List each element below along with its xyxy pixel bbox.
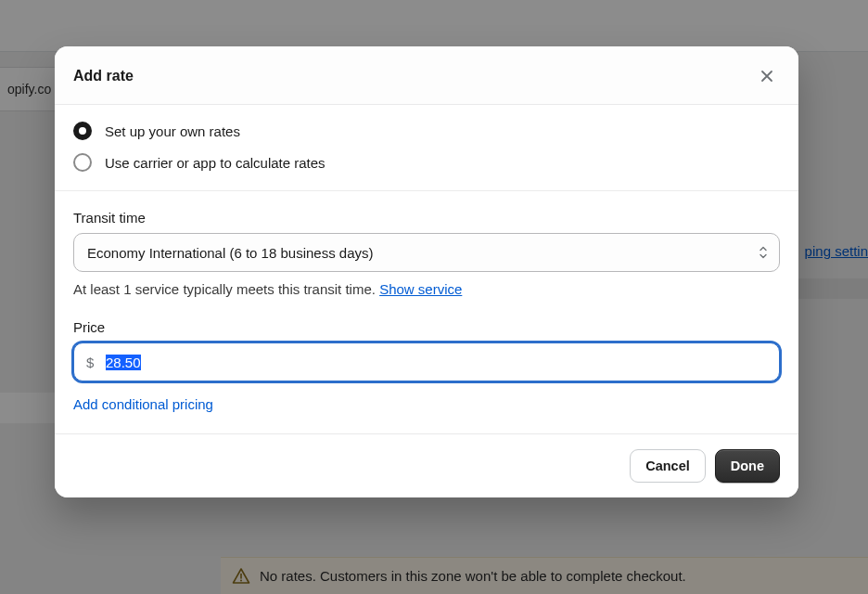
close-button[interactable] xyxy=(754,63,780,89)
currency-symbol: $ xyxy=(86,355,94,370)
transit-time-select-wrap: Economy International (6 to 18 business … xyxy=(73,233,780,272)
price-input[interactable] xyxy=(73,342,780,381)
transit-time-label: Transit time xyxy=(73,210,780,226)
modal-footer: Cancel Done xyxy=(55,433,798,497)
radio-label: Use carrier or app to calculate rates xyxy=(105,155,326,171)
radio-carrier-rates[interactable]: Use carrier or app to calculate rates xyxy=(73,153,780,172)
show-service-link[interactable]: Show service xyxy=(379,281,462,297)
close-icon xyxy=(759,68,775,84)
done-button[interactable]: Done xyxy=(715,449,780,483)
transit-helper-text: At least 1 service typically meets this … xyxy=(73,281,780,297)
transit-helper-prefix: At least 1 service typically meets this … xyxy=(73,281,379,297)
rate-type-radio-group: Set up your own rates Use carrier or app… xyxy=(73,122,780,172)
radio-label: Set up your own rates xyxy=(105,123,240,139)
transit-time-select[interactable]: Economy International (6 to 18 business … xyxy=(73,233,780,272)
radio-icon xyxy=(73,122,92,140)
price-input-wrap: $ xyxy=(73,342,780,381)
add-conditional-pricing-link[interactable]: Add conditional pricing xyxy=(73,396,213,412)
add-rate-modal: Add rate Set up your own rates Use carri… xyxy=(55,46,798,497)
modal-header: Add rate xyxy=(55,46,798,105)
modal-body: Set up your own rates Use carrier or app… xyxy=(55,105,798,433)
radio-own-rates[interactable]: Set up your own rates xyxy=(73,122,780,140)
divider xyxy=(55,190,798,191)
radio-icon xyxy=(73,153,92,172)
cancel-button[interactable]: Cancel xyxy=(630,449,706,483)
price-label: Price xyxy=(73,319,780,335)
modal-title: Add rate xyxy=(73,68,134,84)
